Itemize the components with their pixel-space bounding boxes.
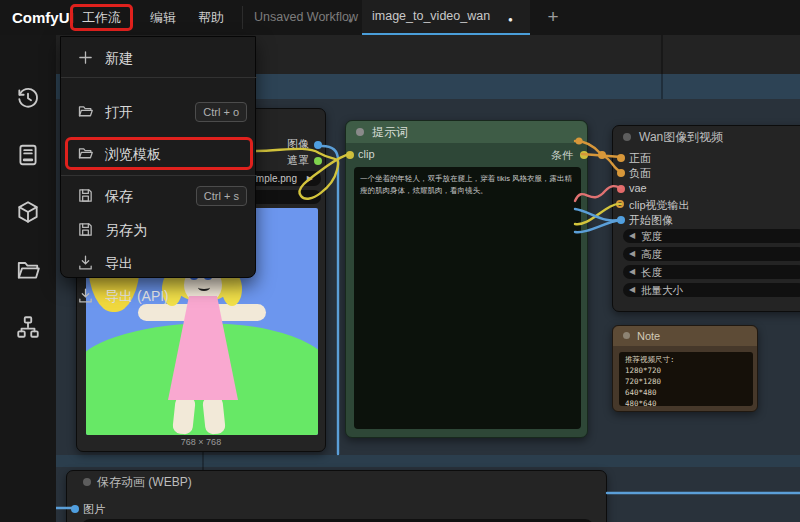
output-image-dot[interactable] [314,141,322,149]
note-textarea[interactable]: 推荐视频尺寸: 1280*720 720*1280 640*480 480*64… [619,352,753,406]
prompt-node-header[interactable]: 提示词 [346,121,587,143]
left-sidebar [0,35,56,522]
decrement-icon[interactable]: ◀ [629,265,635,279]
height-widget[interactable]: ◀ 高度 [623,247,800,261]
output-image-label: 图像 [287,137,309,152]
combo-next-icon[interactable]: ▶ [307,171,313,186]
menu-edit[interactable]: 编辑 [150,0,176,35]
tab-image-to-video-wan[interactable]: image_to_video_wan ● [362,0,530,35]
tab-separator [242,6,243,29]
menu-item-label: 打开 [105,97,133,127]
plus-icon [77,49,94,66]
collapse-dot-icon[interactable] [83,478,91,486]
collapse-dot-icon[interactable] [623,133,631,141]
menu-item-export[interactable]: 导出 [61,248,257,278]
workflows-icon[interactable] [15,257,41,283]
menu-item-label: 浏览模板 [105,139,161,169]
images-input-dot[interactable] [71,505,79,513]
vae-input-label: vae [629,182,647,194]
highlight-box-workflow: 工作流 [70,4,133,31]
clipvision-input-dot[interactable] [616,200,624,208]
cond-output-dot[interactable] [580,151,588,159]
menu-divider [61,175,257,176]
collapse-dot-icon[interactable] [356,128,364,136]
save-icon [77,187,94,204]
tab-unsaved-workflow[interactable]: Unsaved Workflow ● [244,0,360,35]
unsaved-dot-icon: ● [508,15,513,24]
node-map-icon[interactable] [15,314,41,340]
save-icon [77,221,94,238]
length-widget-label: 长度 [641,265,662,279]
app-logo: ComfyUI [12,0,74,35]
menu-item-export-api[interactable]: 导出 (API) [61,281,257,311]
drawing-leg [202,395,226,435]
note-node-header[interactable]: Note [613,326,757,346]
tab-label: image_to_video_wan [372,0,490,33]
positive-input-dot[interactable] [617,154,625,162]
batch-size-widget[interactable]: ◀ 批量大小 [623,283,800,297]
positive-input-label: 正面 [629,151,651,166]
wan-node-title: Wan图像到视频 [639,126,723,148]
prompt-node-title: 提示词 [372,121,408,143]
menu-item-save[interactable]: 保存 Ctrl + s [61,181,257,211]
new-tab-button[interactable]: + [540,0,566,35]
output-mask-dot[interactable] [314,157,322,165]
collapse-dot-icon[interactable] [623,332,630,339]
menu-item-label: 导出 (API) [105,281,169,311]
menu-item-label: 另存为 [105,215,147,245]
menu-item-save-as[interactable]: 另存为 [61,215,257,245]
menu-item-open[interactable]: 打开 Ctrl + o [61,97,257,127]
canvas-grid-line [661,35,663,99]
drawing-leg [172,395,196,435]
webp-node-header[interactable]: 保存动画 (WEBP) [67,471,606,493]
wan-node-header[interactable]: Wan图像到视频 [613,126,800,148]
vae-input-dot[interactable] [617,185,625,193]
workflow-dropdown-menu: 新建 打开 Ctrl + o 浏览模板 保存 Ctrl + s [60,36,256,278]
folder-open-icon [77,103,94,120]
node-wan-image-to-video[interactable]: Wan图像到视频 正面 负面 vae clip视觉输出 开始图像 ◀ 宽度 ◀ … [612,125,800,312]
tab-label: Unsaved Workflow [254,0,358,35]
height-widget-label: 高度 [641,247,662,261]
folder-open-icon [77,145,94,162]
cond-output-label: 条件 [551,148,573,163]
comfyui-app: 图像 遮罩 example.png ▶ [0,0,800,522]
width-widget-label: 宽度 [641,229,662,243]
menu-item-label: 保存 [105,181,133,211]
width-widget[interactable]: ◀ 宽度 [623,229,800,243]
negative-input-label: 负面 [629,166,651,181]
image-size-label: 768 × 768 [77,437,325,447]
menu-item-browse-templates[interactable]: 浏览模板 [61,139,257,169]
canvas-grid-line [202,450,204,472]
download-icon [77,254,94,271]
unsaved-dot-icon: ● [348,16,353,25]
shortcut-chip: Ctrl + o [195,102,247,122]
node-library-icon[interactable] [15,142,41,168]
shortcut-chip: Ctrl + s [196,186,247,206]
decrement-icon[interactable]: ◀ [629,283,635,297]
download-icon [77,287,94,304]
menu-help[interactable]: 帮助 [198,0,224,35]
length-widget[interactable]: ◀ 长度 [623,265,800,279]
node-note[interactable]: Note 推荐视频尺寸: 1280*720 720*1280 640*480 4… [612,325,758,412]
webp-node-title: 保存动画 (WEBP) [97,471,192,493]
startimage-input-dot[interactable] [617,216,625,224]
startimage-input-label: 开始图像 [629,213,673,228]
clipvision-input-label: clip视觉输出 [629,198,690,213]
negative-input-dot[interactable] [617,169,625,177]
clip-input-dot[interactable] [346,151,354,159]
note-node-title: Note [637,326,660,346]
clip-input-label: clip [358,148,375,160]
node-save-animated-webp[interactable]: 保存动画 (WEBP) 图片 [66,470,607,522]
menu-item-new[interactable]: 新建 [61,43,257,73]
decrement-icon[interactable]: ◀ [629,229,635,243]
prompt-textarea[interactable]: 一个坐着的年轻人，双手放在腿上，穿着 tikis 风格衣服，露出精瘦的肌肉身体，… [354,167,581,429]
menu-item-label: 导出 [105,248,133,278]
output-mask-label: 遮罩 [287,153,309,168]
model-library-icon[interactable] [15,199,41,225]
decrement-icon[interactable]: ◀ [629,247,635,261]
canvas-blue-band-bottom [56,455,800,467]
queue-history-icon[interactable] [15,85,41,111]
node-prompt[interactable]: 提示词 clip 条件 一个坐着的年轻人，双手放在腿上，穿着 tikis 风格衣… [345,120,588,438]
menu-workflow[interactable]: 工作流 [82,10,121,25]
batch-size-widget-label: 批量大小 [641,283,683,297]
